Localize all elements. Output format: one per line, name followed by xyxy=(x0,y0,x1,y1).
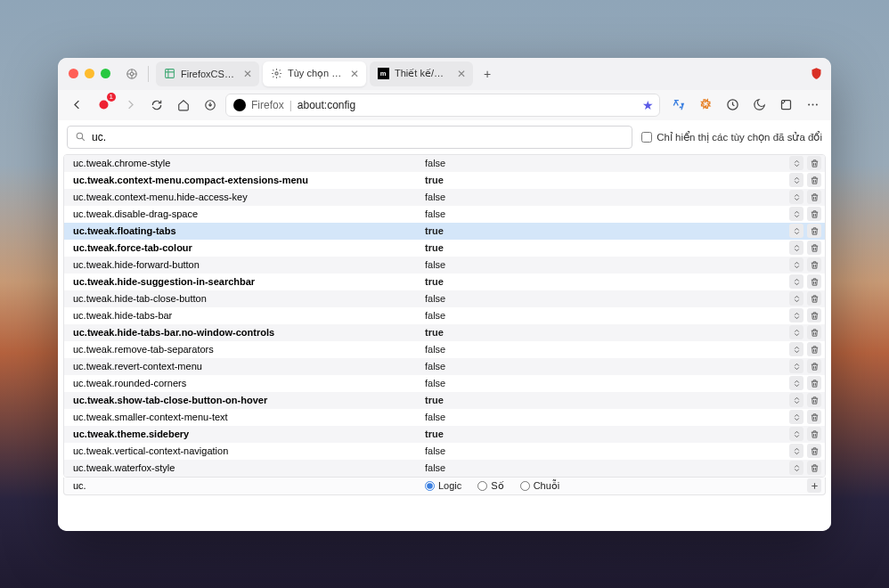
pref-delete-button[interactable] xyxy=(807,241,821,255)
window-maximize-button[interactable] xyxy=(101,69,110,78)
pref-toggle-button[interactable] xyxy=(789,224,803,238)
pref-toggle-button[interactable] xyxy=(789,308,803,323)
pref-row[interactable]: uc.tweak.smaller-context-menu-text false xyxy=(64,409,825,426)
pref-row[interactable]: uc.tweak.hide-forward-button false xyxy=(64,257,825,274)
pref-row[interactable]: uc.tweak.remove-tab-separators false xyxy=(64,341,825,358)
pref-delete-button[interactable] xyxy=(807,376,821,390)
extensions-icon[interactable] xyxy=(694,94,717,117)
pref-toggle-button[interactable] xyxy=(789,156,803,170)
download-button[interactable] xyxy=(199,94,222,117)
tab-close-button[interactable]: ✕ xyxy=(348,68,361,80)
browser-tab[interactable]: Tùy chọn nâng cao ✕ xyxy=(263,61,366,86)
pref-delete-button[interactable] xyxy=(807,207,821,221)
browser-tab[interactable]: m Thiết kế/Giao diện Tab - Mozill... ✕ xyxy=(370,61,473,86)
firefox-logo-icon xyxy=(233,99,246,111)
pref-row[interactable]: uc.tweak.revert-context-menu false xyxy=(64,358,825,375)
url-bar[interactable]: Firefox | about:config ★ xyxy=(225,94,660,117)
pref-type-radio[interactable] xyxy=(520,481,530,491)
bookmark-star-icon[interactable]: ★ xyxy=(642,98,654,112)
pref-type-radio[interactable] xyxy=(477,481,487,491)
pref-delete-button[interactable] xyxy=(807,156,821,170)
pref-toggle-button[interactable] xyxy=(789,427,803,441)
pref-type-option[interactable]: Logic xyxy=(425,480,461,491)
pref-row[interactable]: uc.tweak.chrome-style false xyxy=(64,155,825,172)
new-tab-button[interactable]: + xyxy=(477,63,498,85)
back-button[interactable] xyxy=(65,94,88,117)
pref-row[interactable]: uc.tweak.hide-tabs-bar.no-window-control… xyxy=(64,324,825,341)
pref-toggle-button[interactable] xyxy=(789,410,803,424)
reload-button[interactable] xyxy=(145,94,168,117)
pref-search-input[interactable] xyxy=(92,131,624,143)
notification-button[interactable]: 1 xyxy=(92,94,115,117)
pref-delete-button[interactable] xyxy=(807,257,821,272)
forward-button[interactable] xyxy=(118,94,142,117)
pref-value: false xyxy=(425,378,789,388)
theme-toggle-icon[interactable] xyxy=(747,94,771,117)
pref-toggle-button[interactable] xyxy=(789,342,803,356)
window-minimize-button[interactable] xyxy=(85,69,94,78)
pref-delete-button[interactable] xyxy=(807,325,821,339)
tab-close-button[interactable]: ✕ xyxy=(455,68,468,80)
history-icon[interactable] xyxy=(721,94,744,117)
pref-row[interactable]: uc.tweak.rounded-corners false xyxy=(64,375,825,392)
pref-toggle-button[interactable] xyxy=(789,325,803,339)
pref-toggle-button[interactable] xyxy=(789,393,803,407)
pref-type-radio[interactable] xyxy=(425,481,435,491)
pref-delete-button[interactable] xyxy=(807,359,821,373)
tab-close-button[interactable]: ✕ xyxy=(241,68,254,80)
pref-toggle-button[interactable] xyxy=(789,376,803,390)
screenshot-icon[interactable] xyxy=(774,94,797,117)
pref-row[interactable]: uc.tweak.hide-suggestion-in-searchbar tr… xyxy=(64,274,825,290)
pref-toggle-button[interactable] xyxy=(789,444,803,458)
pref-row[interactable]: uc.tweak.theme.sidebery true xyxy=(64,426,825,443)
pref-delete-button[interactable] xyxy=(807,342,821,356)
pref-delete-button[interactable] xyxy=(807,190,821,204)
workspace-icon[interactable] xyxy=(123,65,141,83)
pref-row[interactable]: uc.tweak.show-tab-close-button-on-hover … xyxy=(64,392,825,409)
pref-delete-button[interactable] xyxy=(807,224,821,238)
pref-delete-button[interactable] xyxy=(807,291,821,306)
shield-icon[interactable] xyxy=(810,67,824,81)
pref-actions xyxy=(789,444,821,458)
pref-toggle-button[interactable] xyxy=(789,359,803,373)
window-close-button[interactable] xyxy=(69,69,78,78)
pref-row[interactable]: uc.tweak.context-menu.hide-access-key fa… xyxy=(64,189,825,206)
pref-row[interactable]: uc.tweak.force-tab-colour true xyxy=(64,240,825,257)
pref-delete-button[interactable] xyxy=(807,173,821,187)
pref-toggle-button[interactable] xyxy=(789,461,803,475)
pref-delete-button[interactable] xyxy=(807,410,821,424)
pref-toggle-button[interactable] xyxy=(789,241,803,255)
pref-toggle-button[interactable] xyxy=(789,274,803,289)
pref-delete-button[interactable] xyxy=(807,444,821,458)
home-button[interactable] xyxy=(172,94,195,117)
pref-row[interactable]: uc.tweak.vertical-context-navigation fal… xyxy=(64,443,825,460)
pref-delete-button[interactable] xyxy=(807,308,821,323)
pref-toggle-button[interactable] xyxy=(789,291,803,306)
pref-toggle-button[interactable] xyxy=(789,257,803,272)
pref-type-option[interactable]: Chuỗi xyxy=(520,480,560,492)
pref-value: true xyxy=(425,175,789,185)
pref-row[interactable]: uc.tweak.hide-tab-close-button false xyxy=(64,290,825,307)
pref-delete-button[interactable] xyxy=(807,461,821,475)
titlebar: FirefoxCSS Store ✕ Tùy chọn nâng cao ✕ m… xyxy=(58,58,831,90)
pref-row[interactable]: uc.tweak.disable-drag-space false xyxy=(64,206,825,223)
pref-row[interactable]: uc.tweak.hide-tabs-bar false xyxy=(64,307,825,324)
tab-favicon xyxy=(270,68,282,80)
pref-toggle-button[interactable] xyxy=(789,173,803,187)
show-modified-checkbox[interactable] xyxy=(641,132,652,143)
pref-toggle-button[interactable] xyxy=(789,190,803,204)
pref-delete-button[interactable] xyxy=(807,393,821,407)
pref-search-box[interactable] xyxy=(67,126,632,149)
pref-type-option[interactable]: Số xyxy=(477,480,503,492)
menu-icon[interactable] xyxy=(801,94,824,117)
pref-delete-button[interactable] xyxy=(807,274,821,289)
add-pref-button[interactable] xyxy=(807,478,821,493)
pref-row[interactable]: uc.tweak.context-menu.compact-extensions… xyxy=(64,172,825,189)
pref-row[interactable]: uc.tweak.waterfox-style false xyxy=(64,460,825,477)
translate-icon[interactable] xyxy=(667,94,690,117)
show-modified-only[interactable]: Chỉ hiển thị các tùy chọn đã sửa đổi xyxy=(641,131,822,143)
pref-row[interactable]: uc.tweak.floating-tabs true xyxy=(64,223,825,240)
pref-delete-button[interactable] xyxy=(807,427,821,441)
pref-toggle-button[interactable] xyxy=(789,207,803,221)
browser-tab[interactable]: FirefoxCSS Store ✕ xyxy=(156,61,259,86)
